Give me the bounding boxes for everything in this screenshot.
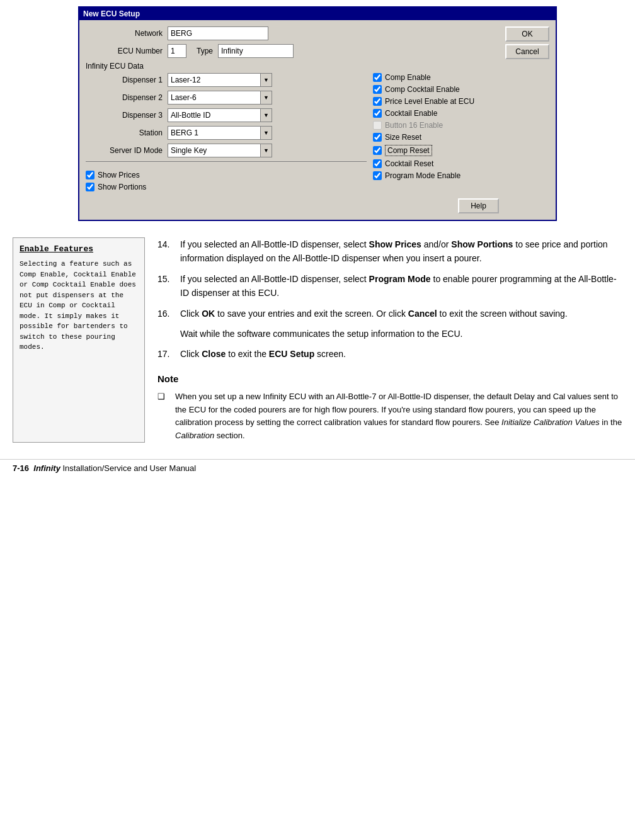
server-id-mode-select-wrapper: ▼ bbox=[168, 144, 272, 157]
comp-enable-checkbox[interactable] bbox=[373, 73, 382, 82]
note-item: ❑ When you set up a new Infinity ECU wit… bbox=[157, 390, 622, 443]
size-reset-row: Size Reset bbox=[373, 133, 499, 142]
button16-enable-checkbox[interactable] bbox=[373, 121, 382, 130]
type-label: Type bbox=[197, 47, 213, 55]
bottom-checkboxes: Show Prices Show Portions bbox=[86, 167, 367, 195]
cocktail-enable-checkbox[interactable] bbox=[373, 109, 382, 118]
dispenser3-dropdown-btn[interactable]: ▼ bbox=[261, 108, 272, 122]
comp-cocktail-enable-label: Comp Cocktail Enable bbox=[385, 85, 460, 94]
instruction-16b: Wait while the software communicates the… bbox=[157, 327, 622, 341]
station-dropdown-btn[interactable]: ▼ bbox=[261, 126, 272, 140]
page-footer: 7-16 Infinity Installation/Service and U… bbox=[0, 459, 635, 477]
dialog-body: Network ECU Number Type Infinity ECU Dat… bbox=[79, 20, 556, 220]
footer-page: 7-16 bbox=[13, 463, 29, 473]
dialog-title: New ECU Setup bbox=[83, 9, 140, 18]
bottom-left-checks: Show Prices Show Portions bbox=[86, 171, 146, 195]
dialog-titlebar: New ECU Setup bbox=[79, 8, 556, 20]
show-prices-checkbox[interactable] bbox=[86, 171, 94, 179]
ecu-number-label: ECU Number bbox=[86, 47, 168, 55]
station-select-wrapper: ▼ bbox=[168, 126, 272, 140]
server-id-mode-row: Server ID Mode ▼ bbox=[86, 144, 367, 157]
comp-reset-checkbox[interactable] bbox=[373, 146, 382, 155]
page-content: Enable Features Selecting a feature such… bbox=[0, 227, 635, 453]
station-label: Station bbox=[86, 128, 168, 137]
dispenser3-select-wrapper: ▼ bbox=[168, 108, 272, 122]
instruction-16b-num bbox=[157, 327, 175, 341]
dispenser1-input[interactable] bbox=[168, 73, 261, 87]
form-col-left: Dispenser 1 ▼ Dispenser 2 ▼ bbox=[86, 73, 367, 195]
station-input[interactable] bbox=[168, 126, 261, 140]
program-mode-enable-checkbox[interactable] bbox=[373, 171, 382, 180]
comp-reset-row: Comp Reset bbox=[373, 145, 499, 156]
cocktail-reset-checkbox[interactable] bbox=[373, 159, 382, 168]
comp-cocktail-enable-row: Comp Cocktail Enable bbox=[373, 85, 499, 94]
enable-features-title: Enable Features bbox=[20, 244, 138, 254]
size-reset-checkbox[interactable] bbox=[373, 133, 382, 142]
instruction-17-text: Click Close to exit the ECU Setup screen… bbox=[180, 347, 346, 361]
program-mode-enable-row: Program Mode Enable bbox=[373, 171, 499, 180]
comp-cocktail-enable-checkbox[interactable] bbox=[373, 85, 382, 94]
cocktail-enable-label: Cocktail Enable bbox=[385, 109, 437, 118]
instruction-17: 17. Click Close to exit the ECU Setup sc… bbox=[157, 347, 622, 361]
ok-button[interactable]: OK bbox=[505, 26, 549, 42]
instruction-17-num: 17. bbox=[157, 347, 175, 361]
size-reset-label: Size Reset bbox=[385, 133, 421, 142]
type-input[interactable] bbox=[218, 44, 294, 58]
new-ecu-setup-dialog: New ECU Setup Network ECU Number Type In… bbox=[78, 6, 557, 221]
instruction-16b-text: Wait while the software communicates the… bbox=[180, 327, 462, 341]
server-id-mode-label: Server ID Mode bbox=[86, 146, 168, 155]
show-prices-row: Show Prices bbox=[86, 171, 146, 179]
note-section: Note ❑ When you set up a new Infinity EC… bbox=[157, 372, 622, 443]
price-level-enable-row: Price Level Enable at ECU bbox=[373, 97, 499, 106]
ecu-number-row: ECU Number Type bbox=[86, 44, 499, 58]
network-input[interactable] bbox=[168, 26, 268, 40]
form-col-right: Comp Enable Comp Cocktail Enable Price L… bbox=[373, 73, 499, 195]
enable-features-text: Selecting a feature such as Comp Enable,… bbox=[20, 259, 138, 353]
price-level-enable-label: Price Level Enable at ECU bbox=[385, 97, 474, 106]
footer-subtitle: Installation/Service and User Manual bbox=[63, 463, 197, 473]
footer-product: Infinity bbox=[33, 463, 60, 473]
dispenser2-input[interactable] bbox=[168, 91, 261, 105]
instruction-16-text: Click OK to save your entries and exit t… bbox=[180, 307, 568, 321]
dispenser1-dropdown-btn[interactable]: ▼ bbox=[261, 73, 272, 87]
dispenser1-row: Dispenser 1 ▼ bbox=[86, 73, 367, 87]
network-row: Network bbox=[86, 26, 499, 40]
instruction-15-num: 15. bbox=[157, 272, 175, 300]
instruction-14-num: 14. bbox=[157, 237, 175, 266]
price-level-enable-checkbox[interactable] bbox=[373, 97, 382, 106]
instruction-14: 14. If you selected an All-Bottle-ID dis… bbox=[157, 237, 622, 266]
dispenser2-select-wrapper: ▼ bbox=[168, 91, 272, 105]
dispenser2-row: Dispenser 2 ▼ bbox=[86, 91, 367, 105]
help-button[interactable]: Help bbox=[458, 198, 499, 213]
comp-enable-label: Comp Enable bbox=[385, 73, 431, 82]
dispenser2-dropdown-btn[interactable]: ▼ bbox=[261, 91, 272, 105]
dispenser3-input[interactable] bbox=[168, 108, 261, 122]
show-portions-row: Show Portions bbox=[86, 183, 146, 191]
show-prices-label: Show Prices bbox=[98, 171, 140, 179]
note-text: When you set up a new Infinity ECU with … bbox=[175, 390, 622, 443]
note-title: Note bbox=[157, 372, 622, 387]
show-portions-checkbox[interactable] bbox=[86, 183, 94, 191]
dispenser3-label: Dispenser 3 bbox=[86, 111, 168, 120]
main-instructions: 14. If you selected an All-Bottle-ID dis… bbox=[157, 237, 622, 443]
network-label: Network bbox=[86, 29, 168, 38]
program-mode-enable-label: Program Mode Enable bbox=[385, 171, 461, 180]
cocktail-reset-label: Cocktail Reset bbox=[385, 159, 433, 168]
instruction-16: 16. Click OK to save your entries and ex… bbox=[157, 307, 622, 321]
instruction-16-num: 16. bbox=[157, 307, 175, 321]
server-id-mode-input[interactable] bbox=[168, 144, 261, 157]
server-id-mode-dropdown-btn[interactable]: ▼ bbox=[261, 144, 272, 157]
footer-text: 7-16 Infinity Installation/Service and U… bbox=[13, 463, 196, 473]
note-bullet: ❑ bbox=[157, 390, 170, 443]
comp-enable-row: Comp Enable bbox=[373, 73, 499, 82]
cocktail-enable-row: Cocktail Enable bbox=[373, 109, 499, 118]
enable-features-box: Enable Features Selecting a feature such… bbox=[13, 237, 145, 443]
cancel-button[interactable]: Cancel bbox=[505, 44, 549, 59]
ecu-number-input[interactable] bbox=[168, 44, 186, 58]
dispenser2-label: Dispenser 2 bbox=[86, 93, 168, 102]
instruction-15: 15. If you selected an All-Bottle-ID dis… bbox=[157, 272, 622, 300]
dialog-form: Network ECU Number Type Infinity ECU Dat… bbox=[86, 26, 499, 213]
comp-reset-label: Comp Reset bbox=[385, 145, 432, 156]
instruction-list: 14. If you selected an All-Bottle-ID dis… bbox=[157, 237, 622, 361]
form-columns: Dispenser 1 ▼ Dispenser 2 ▼ bbox=[86, 73, 499, 195]
